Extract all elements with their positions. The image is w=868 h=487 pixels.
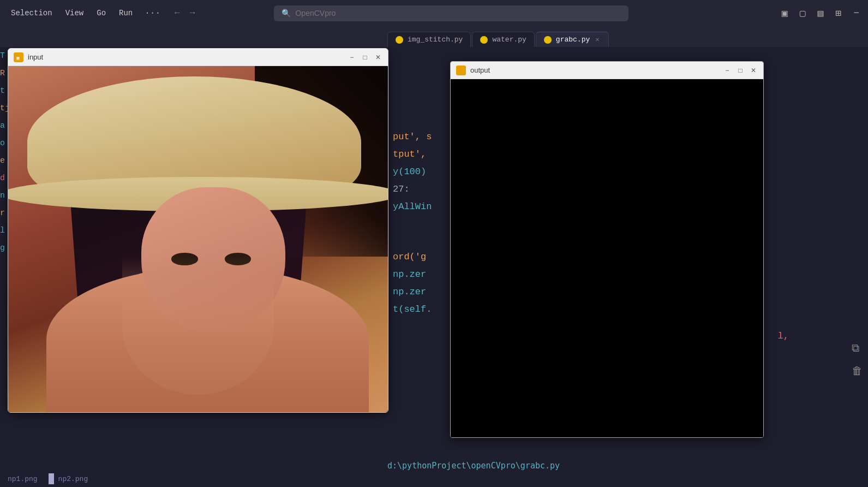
copy-icon[interactable]: ⧉ [852,342,863,355]
search-input[interactable] [295,9,621,17]
tab-grabc[interactable]: grabc.py ✕ [536,32,609,47]
output-title-icon [456,66,466,75]
input-title-text: input [28,53,343,61]
tab-icon-grabc [544,36,552,44]
terminal-path: d:\pythonProject\openCVpro\grabc.py [387,461,560,471]
tab-label-img-stitch: img_stitch.py [408,35,463,44]
output-close-btn[interactable]: ✕ [749,66,758,75]
output-maximize-btn[interactable]: □ [736,66,745,75]
svg-rect-2 [458,67,464,74]
menu-bar: Selection View Go Run ··· ← → 🔍 ▣ ▢ ▤ ⊞ … [0,0,868,26]
input-maximize-btn[interactable]: □ [361,53,369,62]
input-minimize-btn[interactable]: − [348,53,356,62]
tab-img-stitch[interactable]: img_stitch.py [387,32,471,47]
layout2-icon[interactable]: ▢ [797,6,809,20]
lena-image [8,66,388,412]
layout1-icon[interactable]: ▣ [779,6,791,20]
menu-more[interactable]: ··· [140,6,165,20]
input-title-icon: ▣ [14,52,23,62]
tab-close-grabc[interactable]: ✕ [594,35,600,44]
menu-go[interactable]: Go [91,7,111,20]
menu-selection[interactable]: Selection [5,7,58,20]
tab-label-water: water.py [492,35,526,44]
layout3-icon[interactable]: ▤ [815,6,827,20]
input-window: ▣ input − □ ✕ [8,48,388,413]
layout4-icon[interactable]: ⊞ [832,6,845,20]
output-window: output − □ ✕ [450,61,764,438]
minimize-icon[interactable]: − [850,7,863,20]
tab-icon-water [480,36,488,44]
tab-label-grabc: grabc.py [556,35,590,44]
output-minimize-btn[interactable]: − [723,66,732,75]
bottom-file-np1[interactable]: np1.png [8,475,38,483]
tabs-bar: img_stitch.py water.py grabc.py ✕ [0,26,868,47]
cursor-block [49,473,54,484]
input-content [8,66,388,412]
tab-icon-img-stitch [396,36,403,44]
output-title-text: output [470,66,719,74]
window-controls-right: ▣ ▢ ▤ ⊞ − [779,6,863,20]
nav-arrows: ← → [171,7,198,19]
menu-view[interactable]: View [60,7,89,20]
nav-back-icon[interactable]: ← [171,7,183,19]
right-action-icons: ⧉ 🗑 [852,342,863,378]
right-trailing-code: l, [778,331,789,341]
menu-run[interactable]: Run [113,7,138,20]
input-close-btn[interactable]: ✕ [374,53,382,62]
nav-forward-icon[interactable]: → [187,7,199,19]
bottom-bar: np1.png np2.png [0,471,868,487]
output-content [451,79,763,437]
bottom-file-np2[interactable]: np2.png [58,475,88,483]
search-bar[interactable]: 🔍 [274,5,628,21]
svg-text:▣: ▣ [16,56,20,61]
search-icon: 🔍 [282,9,291,18]
editor-area: T R t tj a o e d n r l g put', s tput', … [0,47,868,487]
output-titlebar: output − □ ✕ [451,62,763,79]
input-titlebar: ▣ input − □ ✕ [8,49,388,66]
tab-water[interactable]: water.py [472,32,534,47]
trash-icon[interactable]: 🗑 [852,365,863,378]
